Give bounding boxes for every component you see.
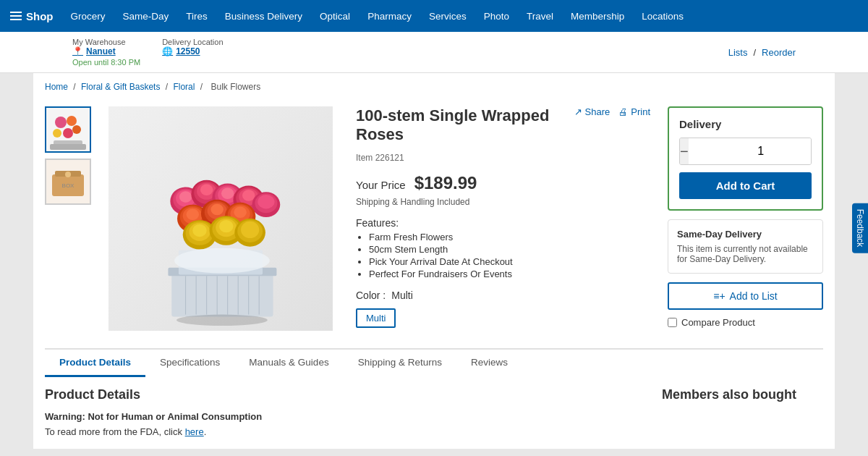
share-label: Share — [585, 106, 610, 117]
delivery-title: Delivery — [679, 118, 812, 130]
feature-1: Farm Fresh Flowers — [369, 232, 650, 242]
delivery-block: Delivery Location 🌐 12550 — [162, 38, 223, 56]
product-details-section-title: Product Details — [45, 387, 606, 402]
svg-point-27 — [179, 191, 192, 202]
nav-item-optical[interactable]: Optical — [311, 0, 359, 32]
nav-item-travel[interactable]: Travel — [518, 0, 562, 32]
thumbnail-2[interactable]: BOX — [45, 159, 91, 205]
nav-items: Grocery Same-Day Tires Business Delivery… — [62, 0, 693, 32]
svg-point-31 — [200, 185, 213, 195]
features: Features: Farm Fresh Flowers 50cm Stem L… — [356, 217, 650, 279]
fda-text-content: To read more from the FDA, click — [45, 426, 182, 437]
qty-input[interactable] — [689, 138, 812, 164]
feature-4: Perfect For Fundraisers Or Events — [369, 269, 650, 279]
thumbnails: BOX — [45, 106, 91, 331]
tab-shipping-returns[interactable]: Shipping & Returns — [344, 350, 456, 377]
lists-link[interactable]: Lists — [728, 47, 748, 58]
add-to-list-button[interactable]: ≡+ Add to List — [668, 282, 823, 310]
qty-row: − + — [679, 138, 812, 165]
sub-header: My Warehouse 📍 Nanuet Open until 8:30 PM… — [0, 32, 868, 73]
product-layout: BOX — [33, 101, 835, 342]
price-value: $189.99 — [414, 173, 477, 193]
main-image — [109, 106, 333, 331]
product-title: 100-stem Single Wrapped Roses — [356, 106, 574, 144]
svg-point-54 — [234, 207, 246, 218]
svg-point-2 — [67, 116, 77, 126]
breadcrumb-current: Bulk Flowers — [210, 82, 260, 92]
svg-rect-7 — [50, 144, 86, 150]
svg-point-58 — [192, 224, 206, 237]
nav-item-tires[interactable]: Tires — [177, 0, 216, 32]
thumbnail-1[interactable] — [45, 106, 91, 153]
breadcrumb-home[interactable]: Home — [45, 82, 68, 92]
zip-code: 12550 — [176, 46, 200, 56]
svg-point-62 — [219, 220, 233, 232]
reorder-link[interactable]: Reorder — [762, 47, 796, 58]
share-icon: ↗ — [574, 106, 582, 117]
color-multi-btn[interactable]: Multi — [356, 308, 396, 328]
svg-point-67 — [176, 315, 268, 326]
sub-header-right: Lists / Reorder — [728, 47, 796, 58]
features-list: Farm Fresh Flowers 50cm Stem Length Pick… — [356, 232, 650, 279]
breadcrumb-sep-3: / — [200, 82, 205, 92]
members-title: Members also bought — [635, 387, 823, 402]
svg-point-35 — [221, 187, 234, 198]
same-day-title: Same-Day Delivery — [677, 229, 814, 240]
breadcrumb-sep-2: / — [166, 82, 171, 92]
same-day-text: This item is currently not available for… — [677, 244, 814, 264]
nav-item-same-day[interactable]: Same-Day — [114, 0, 178, 32]
same-day-box: Same-Day Delivery This item is currently… — [668, 219, 823, 274]
feature-3: Pick Your Arrival Date At Checkout — [369, 256, 650, 267]
fda-link[interactable]: here — [185, 426, 204, 437]
delivery-label: Delivery Location — [162, 38, 223, 46]
tab-reviews[interactable]: Reviews — [456, 350, 522, 377]
svg-point-3 — [53, 129, 61, 138]
compare-checkbox[interactable] — [668, 318, 677, 327]
svg-rect-13 — [171, 271, 273, 317]
nav-item-locations[interactable]: Locations — [633, 0, 692, 32]
warehouse-info: My Warehouse 📍 Nanuet Open until 8:30 PM… — [72, 38, 224, 67]
color-label: Color : — [356, 290, 386, 301]
nav-item-services[interactable]: Services — [420, 0, 475, 32]
main-image-wrap — [109, 106, 333, 331]
warehouse-name: Nanuet — [86, 46, 116, 56]
separator: / — [753, 47, 756, 58]
qty-decrease-button[interactable]: − — [680, 138, 689, 164]
print-icon: 🖨 — [618, 106, 628, 117]
feedback-tab[interactable]: Feedback — [852, 203, 868, 253]
zip-link[interactable]: 🌐 12550 — [162, 46, 223, 56]
tab-product-details[interactable]: Product Details — [45, 350, 145, 377]
add-list-label: Add to List — [730, 290, 778, 302]
breadcrumb-floral-gift[interactable]: Floral & Gift Baskets — [81, 82, 160, 92]
print-link[interactable]: 🖨 Print — [618, 106, 650, 117]
nav-item-photo[interactable]: Photo — [475, 0, 518, 32]
top-nav: Shop Grocery Same-Day Tires Business Del… — [0, 0, 868, 32]
product-details-left: Product Details Warning: Not for Human o… — [45, 387, 606, 437]
share-link[interactable]: ↗ Share — [574, 106, 610, 117]
nav-item-pharmacy[interactable]: Pharmacy — [359, 0, 420, 32]
svg-point-39 — [242, 190, 255, 200]
product-top-row: 100-stem Single Wrapped Roses ↗ Share 🖨 … — [356, 106, 650, 148]
fda-text: To read more from the FDA, click here. — [45, 426, 606, 437]
open-time: Open until 8:30 PM — [72, 58, 140, 67]
compare-label: Compare Product — [681, 317, 755, 328]
svg-point-65 — [241, 221, 259, 238]
shop-label: Shop — [26, 10, 54, 22]
list-icon: ≡+ — [713, 290, 725, 302]
svg-point-50 — [210, 204, 223, 215]
svg-point-4 — [63, 128, 73, 138]
nav-item-membership[interactable]: Membership — [562, 0, 633, 32]
shop-button[interactable]: Shop — [7, 10, 62, 22]
breadcrumb-floral[interactable]: Floral — [173, 82, 195, 92]
product-details-section: Product Details Warning: Not for Human o… — [33, 376, 835, 449]
add-to-cart-button[interactable]: Add to Cart — [679, 172, 812, 199]
tab-specifications[interactable]: Specifications — [145, 350, 234, 377]
nav-item-business-delivery[interactable]: Business Delivery — [216, 0, 311, 32]
warehouse-location-link[interactable]: 📍 Nanuet — [72, 46, 140, 56]
nav-item-grocery[interactable]: Grocery — [62, 0, 114, 32]
svg-point-46 — [187, 208, 199, 219]
tab-manuals-guides[interactable]: Manuals & Guides — [234, 350, 343, 377]
price-row: Your Price $189.99 — [356, 173, 650, 194]
svg-point-66 — [174, 248, 270, 274]
actions-panel: Delivery − + Add to Cart Same-Day Delive… — [668, 106, 823, 331]
